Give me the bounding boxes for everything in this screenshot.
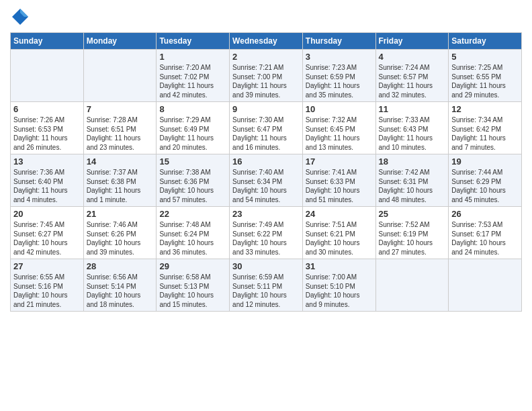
day-content: Sunrise: 7:20 AM Sunset: 7:02 PM Dayligh…: [159, 63, 226, 99]
day-number: 28: [87, 261, 154, 271]
day-cell: 9Sunrise: 7:30 AM Sunset: 6:47 PM Daylig…: [230, 102, 303, 154]
day-content: Sunrise: 6:59 AM Sunset: 5:11 PM Dayligh…: [232, 273, 300, 309]
day-cell: 8Sunrise: 7:29 AM Sunset: 6:49 PM Daylig…: [157, 102, 230, 154]
day-number: 12: [451, 104, 519, 114]
day-content: Sunrise: 7:45 AM Sunset: 6:27 PM Dayligh…: [13, 220, 81, 257]
day-cell: 30Sunrise: 6:59 AM Sunset: 5:11 PM Dayli…: [230, 259, 303, 312]
day-cell: 6Sunrise: 7:26 AM Sunset: 6:53 PM Daylig…: [11, 102, 84, 154]
day-cell: 7Sunrise: 7:28 AM Sunset: 6:51 PM Daylig…: [83, 102, 157, 154]
day-number: 29: [159, 261, 226, 271]
day-cell: 12Sunrise: 7:34 AM Sunset: 6:42 PM Dayli…: [449, 102, 522, 154]
day-cell: 13Sunrise: 7:36 AM Sunset: 6:40 PM Dayli…: [11, 154, 84, 207]
day-number: 23: [232, 209, 300, 219]
day-number: 25: [379, 209, 446, 219]
day-number: 17: [306, 156, 373, 167]
day-content: Sunrise: 6:55 AM Sunset: 5:16 PM Dayligh…: [13, 273, 81, 309]
day-cell: 21Sunrise: 7:46 AM Sunset: 6:26 PM Dayli…: [83, 207, 157, 259]
day-cell: 11Sunrise: 7:33 AM Sunset: 6:43 PM Dayli…: [375, 102, 449, 154]
day-cell: 28Sunrise: 6:56 AM Sunset: 5:14 PM Dayli…: [83, 259, 157, 312]
day-number: 15: [159, 156, 226, 167]
day-number: 5: [451, 52, 519, 62]
day-cell: 1Sunrise: 7:20 AM Sunset: 7:02 PM Daylig…: [157, 50, 230, 102]
day-number: 7: [87, 104, 154, 114]
page: SundayMondayTuesdayWednesdayThursdayFrid…: [0, 0, 532, 318]
day-content: Sunrise: 7:46 AM Sunset: 6:26 PM Dayligh…: [87, 220, 154, 257]
day-cell: 17Sunrise: 7:41 AM Sunset: 6:33 PM Dayli…: [302, 154, 375, 207]
day-cell: 23Sunrise: 7:49 AM Sunset: 6:22 PM Dayli…: [230, 207, 303, 259]
day-content: Sunrise: 7:40 AM Sunset: 6:34 PM Dayligh…: [232, 168, 300, 204]
day-content: Sunrise: 7:49 AM Sunset: 6:22 PM Dayligh…: [232, 220, 300, 257]
week-row-5: 27Sunrise: 6:55 AM Sunset: 5:16 PM Dayli…: [11, 259, 522, 312]
header: [10, 7, 522, 27]
day-number: 10: [306, 104, 373, 114]
day-content: Sunrise: 7:21 AM Sunset: 7:00 PM Dayligh…: [232, 63, 300, 99]
day-cell: 4Sunrise: 7:24 AM Sunset: 6:57 PM Daylig…: [375, 50, 449, 102]
day-content: Sunrise: 7:29 AM Sunset: 6:49 PM Dayligh…: [159, 116, 226, 152]
day-cell: 25Sunrise: 7:52 AM Sunset: 6:19 PM Dayli…: [375, 207, 449, 259]
day-number: 2: [232, 52, 300, 62]
day-cell: 15Sunrise: 7:38 AM Sunset: 6:36 PM Dayli…: [157, 154, 230, 207]
day-number: 20: [13, 209, 81, 219]
day-number: 30: [232, 261, 300, 271]
day-cell: 24Sunrise: 7:51 AM Sunset: 6:21 PM Dayli…: [302, 207, 375, 259]
col-header-friday: Friday: [375, 33, 449, 50]
day-number: 24: [306, 209, 373, 219]
day-cell: 29Sunrise: 6:58 AM Sunset: 5:13 PM Dayli…: [157, 259, 230, 312]
calendar-table: SundayMondayTuesdayWednesdayThursdayFrid…: [10, 32, 522, 312]
day-number: 31: [306, 261, 373, 271]
day-cell: 3Sunrise: 7:23 AM Sunset: 6:59 PM Daylig…: [302, 50, 375, 102]
day-cell: 10Sunrise: 7:32 AM Sunset: 6:45 PM Dayli…: [302, 102, 375, 154]
week-row-1: 1Sunrise: 7:20 AM Sunset: 7:02 PM Daylig…: [11, 50, 522, 102]
day-cell: 19Sunrise: 7:44 AM Sunset: 6:29 PM Dayli…: [449, 154, 522, 207]
week-row-4: 20Sunrise: 7:45 AM Sunset: 6:27 PM Dayli…: [11, 207, 522, 259]
day-content: Sunrise: 7:51 AM Sunset: 6:21 PM Dayligh…: [306, 220, 373, 257]
day-number: 13: [13, 156, 81, 167]
day-content: Sunrise: 6:56 AM Sunset: 5:14 PM Dayligh…: [87, 273, 154, 309]
logo-icon: [10, 7, 30, 27]
day-content: Sunrise: 7:25 AM Sunset: 6:55 PM Dayligh…: [451, 63, 519, 99]
day-cell: 20Sunrise: 7:45 AM Sunset: 6:27 PM Dayli…: [11, 207, 84, 259]
day-number: 9: [232, 104, 300, 114]
day-number: 19: [451, 156, 519, 167]
day-content: Sunrise: 7:36 AM Sunset: 6:40 PM Dayligh…: [13, 168, 81, 204]
day-number: 4: [379, 52, 446, 62]
day-cell: 26Sunrise: 7:53 AM Sunset: 6:17 PM Dayli…: [449, 207, 522, 259]
day-content: Sunrise: 7:48 AM Sunset: 6:24 PM Dayligh…: [159, 220, 226, 257]
day-number: 27: [13, 261, 81, 271]
day-content: Sunrise: 7:32 AM Sunset: 6:45 PM Dayligh…: [306, 116, 373, 152]
day-number: 18: [379, 156, 446, 167]
day-content: Sunrise: 7:23 AM Sunset: 6:59 PM Dayligh…: [306, 63, 373, 99]
col-header-tuesday: Tuesday: [157, 33, 230, 50]
day-content: Sunrise: 7:52 AM Sunset: 6:19 PM Dayligh…: [379, 220, 446, 257]
day-content: Sunrise: 7:00 AM Sunset: 5:10 PM Dayligh…: [306, 273, 373, 309]
day-content: Sunrise: 7:34 AM Sunset: 6:42 PM Dayligh…: [451, 116, 519, 152]
day-content: Sunrise: 7:30 AM Sunset: 6:47 PM Dayligh…: [232, 116, 300, 152]
logo: [10, 7, 33, 27]
day-cell: 22Sunrise: 7:48 AM Sunset: 6:24 PM Dayli…: [157, 207, 230, 259]
day-number: 8: [159, 104, 226, 114]
day-content: Sunrise: 7:41 AM Sunset: 6:33 PM Dayligh…: [306, 168, 373, 204]
day-number: 16: [232, 156, 300, 167]
day-content: Sunrise: 7:53 AM Sunset: 6:17 PM Dayligh…: [451, 220, 519, 257]
day-cell: 5Sunrise: 7:25 AM Sunset: 6:55 PM Daylig…: [449, 50, 522, 102]
day-content: Sunrise: 7:28 AM Sunset: 6:51 PM Dayligh…: [87, 116, 154, 152]
day-number: 22: [159, 209, 226, 219]
day-content: Sunrise: 7:33 AM Sunset: 6:43 PM Dayligh…: [379, 116, 446, 152]
day-number: 11: [379, 104, 446, 114]
day-number: 6: [13, 104, 81, 114]
day-content: Sunrise: 7:44 AM Sunset: 6:29 PM Dayligh…: [451, 168, 519, 204]
day-number: 21: [87, 209, 154, 219]
header-row: SundayMondayTuesdayWednesdayThursdayFrid…: [11, 33, 522, 50]
col-header-sunday: Sunday: [11, 33, 84, 50]
day-cell: 14Sunrise: 7:37 AM Sunset: 6:38 PM Dayli…: [83, 154, 157, 207]
day-content: Sunrise: 7:24 AM Sunset: 6:57 PM Dayligh…: [379, 63, 446, 99]
day-content: Sunrise: 6:58 AM Sunset: 5:13 PM Dayligh…: [159, 273, 226, 309]
day-content: Sunrise: 7:37 AM Sunset: 6:38 PM Dayligh…: [87, 168, 154, 204]
day-cell: 16Sunrise: 7:40 AM Sunset: 6:34 PM Dayli…: [230, 154, 303, 207]
week-row-2: 6Sunrise: 7:26 AM Sunset: 6:53 PM Daylig…: [11, 102, 522, 154]
day-cell: 27Sunrise: 6:55 AM Sunset: 5:16 PM Dayli…: [11, 259, 84, 312]
day-cell: [83, 50, 157, 102]
day-content: Sunrise: 7:42 AM Sunset: 6:31 PM Dayligh…: [379, 168, 446, 204]
day-number: 14: [87, 156, 154, 167]
col-header-wednesday: Wednesday: [230, 33, 303, 50]
